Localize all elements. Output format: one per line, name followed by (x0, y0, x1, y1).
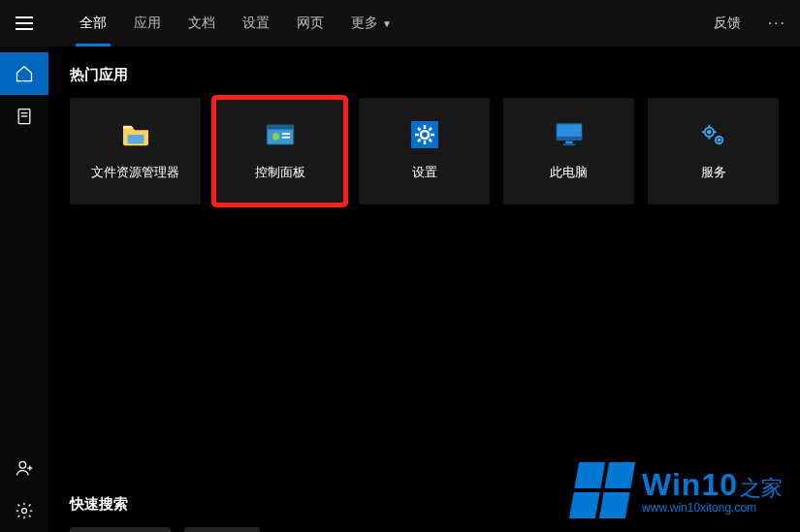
rail-home-button[interactable] (0, 52, 48, 95)
rail-settings-button[interactable] (0, 489, 48, 532)
svg-rect-10 (127, 135, 144, 143)
svg-rect-12 (267, 125, 294, 130)
tile-label: 文件资源管理器 (91, 164, 179, 181)
tab-settings[interactable]: 设置 (229, 0, 283, 47)
svg-rect-28 (565, 141, 572, 144)
watermark-brand-b: 之家 (740, 474, 783, 503)
services-gears-icon (699, 121, 728, 148)
popular-apps-tiles: 文件资源管理器 控制面板 (70, 98, 779, 204)
svg-rect-27 (557, 137, 582, 141)
chevron-down-icon: ▼ (382, 18, 392, 29)
tab-more-label: 更多 (351, 15, 378, 32)
main-content: 热门应用 文件资源管理器 控制 (48, 47, 800, 532)
windows-logo-icon (569, 462, 635, 518)
svg-point-9 (22, 509, 27, 514)
tile-label: 控制面板 (255, 164, 305, 181)
rail-account-button[interactable] (0, 447, 48, 489)
control-panel-icon (266, 121, 295, 148)
home-icon (15, 64, 34, 83)
tile-this-pc[interactable]: 此电脑 (503, 98, 634, 204)
more-options-button[interactable]: ··· (754, 0, 800, 47)
svg-point-31 (707, 131, 710, 134)
svg-line-24 (418, 140, 421, 142)
watermark-brand-a: Win10 (642, 467, 738, 503)
section-title-popular-apps: 热门应用 (70, 66, 779, 84)
tab-docs[interactable]: 文档 (175, 0, 229, 47)
folder-icon (121, 121, 150, 148)
gear-icon (15, 501, 34, 520)
svg-rect-15 (281, 137, 289, 139)
watermark: Win10 之家 www.win10xitong.com (574, 462, 783, 518)
top-nav-bar: 全部 应用 文档 设置 网页 更多 ▼ 反馈 ··· (0, 0, 800, 47)
tile-services[interactable]: 服务 (648, 98, 779, 204)
left-rail (0, 47, 48, 532)
document-icon (15, 107, 34, 126)
svg-line-22 (418, 128, 421, 131)
settings-gear-icon (410, 121, 439, 148)
tile-settings[interactable]: 设置 (359, 98, 490, 204)
tab-web[interactable]: 网页 (283, 0, 337, 47)
quick-weather-button[interactable]: 天气预报 (70, 527, 171, 532)
quick-news-button[interactable]: 资讯 (184, 527, 260, 532)
monitor-icon (555, 121, 584, 148)
svg-point-6 (19, 461, 26, 468)
tab-all[interactable]: 全部 (66, 0, 120, 47)
svg-rect-14 (281, 133, 289, 135)
tile-control-panel[interactable]: 控制面板 (214, 98, 345, 204)
tile-label: 此电脑 (550, 164, 588, 181)
svg-rect-29 (562, 143, 575, 145)
svg-point-37 (718, 139, 720, 141)
tab-apps[interactable]: 应用 (120, 0, 175, 47)
watermark-url: www.win10xitong.com (642, 501, 783, 515)
rail-recent-button[interactable] (0, 95, 48, 138)
feedback-button[interactable]: 反馈 (700, 0, 754, 47)
tile-label: 设置 (412, 164, 437, 181)
hamburger-icon (16, 16, 33, 30)
tab-more[interactable]: 更多 ▼ (337, 0, 405, 47)
filter-tabs: 全部 应用 文档 设置 网页 更多 ▼ (66, 0, 405, 47)
tile-file-explorer[interactable]: 文件资源管理器 (70, 98, 201, 204)
svg-line-23 (429, 140, 432, 142)
tile-label: 服务 (701, 164, 726, 181)
svg-point-13 (272, 133, 278, 140)
person-add-icon (15, 458, 34, 478)
svg-line-25 (429, 128, 432, 131)
hamburger-menu-button[interactable] (0, 0, 48, 47)
